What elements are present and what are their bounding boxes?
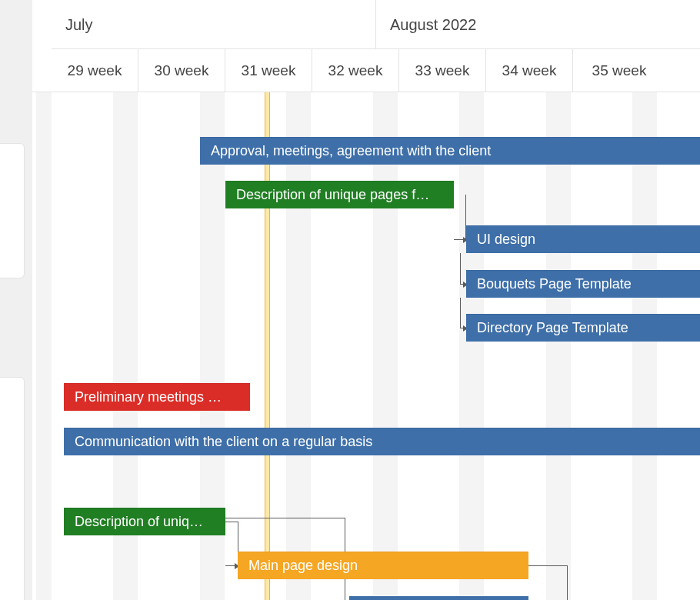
dependency-link (454, 239, 466, 240)
week-cell[interactable]: 29 week (52, 49, 138, 92)
week-cell[interactable]: 32 week (312, 49, 399, 92)
left-panel-slot (0, 143, 25, 278)
task-label: Bouquets Page Template (477, 276, 632, 292)
task-label: UI design (477, 232, 535, 247)
dependency-link (528, 565, 567, 566)
task-bar-uiDesign[interactable]: UI design (466, 225, 700, 253)
task-label: Approval, meetings, agreement with the c… (211, 143, 491, 158)
dependency-link (460, 328, 466, 328)
week-label: 32 week (328, 62, 383, 79)
task-bar-mainPage[interactable]: Main page design (238, 552, 528, 579)
left-sidebar (0, 0, 32, 600)
week-cell[interactable]: 34 week (486, 49, 573, 92)
week-label: 30 week (155, 62, 209, 79)
dependency-link (460, 298, 466, 328)
task-bar-prelim[interactable]: Preliminary meetings … (64, 383, 250, 411)
dependency-link (225, 565, 238, 566)
week-cell[interactable]: 30 week (138, 49, 225, 92)
task-label: Communication with the client on a regul… (75, 434, 372, 449)
week-cell[interactable]: 31 week (225, 49, 312, 92)
dependency-link (567, 565, 568, 600)
gantt-timeline[interactable]: July August 2022 29 week 30 week 31 week… (32, 0, 700, 600)
week-header-gutter (32, 49, 52, 92)
week-label: 29 week (68, 62, 122, 79)
task-bar-directory[interactable]: Directory Page Template (466, 314, 700, 342)
dependency-link (454, 195, 466, 239)
month-cell[interactable]: August 2022 (376, 0, 700, 49)
task-bar-approval[interactable]: Approval, meetings, agreement with the c… (200, 137, 700, 165)
week-label: 34 week (502, 62, 557, 79)
dependency-link (225, 522, 238, 522)
week-label: 31 week (242, 62, 296, 79)
timeline-header-weeks: 29 week 30 week 31 week 32 week 33 week … (52, 49, 700, 92)
week-label: 35 week (592, 62, 647, 79)
week-cell[interactable]: 33 week (399, 49, 486, 92)
week-cell[interactable]: 35 week (573, 49, 665, 92)
dependency-link (460, 284, 466, 285)
month-cell[interactable]: July (52, 0, 376, 49)
task-bar-descPages1[interactable]: Description of unique pages f… (225, 181, 454, 208)
task-label: Description of uniq… (75, 514, 203, 529)
task-bar-bouquets[interactable]: Bouquets Page Template (466, 270, 700, 298)
dependency-link (225, 518, 345, 518)
month-label: August 2022 (390, 16, 476, 34)
task-label: Preliminary meetings … (75, 389, 222, 405)
gantt-chart-area[interactable]: Approval, meetings, agreement with the c… (32, 92, 700, 600)
task-label: Description of unique pages f… (236, 187, 429, 202)
week-label: 33 week (415, 62, 470, 79)
task-bar-descPages2[interactable]: Description of uniq… (64, 508, 225, 535)
left-panel-slot (0, 377, 25, 600)
task-label: Main page design (248, 558, 358, 573)
month-label: July (65, 16, 93, 34)
task-bar-partial[interactable] (349, 596, 528, 600)
current-time-marker (265, 92, 270, 600)
task-label: Directory Page Template (477, 320, 628, 335)
task-bar-comm[interactable]: Communication with the client on a regul… (64, 428, 700, 455)
dependency-link (460, 253, 466, 284)
timeline-header-months: July August 2022 (52, 0, 700, 49)
